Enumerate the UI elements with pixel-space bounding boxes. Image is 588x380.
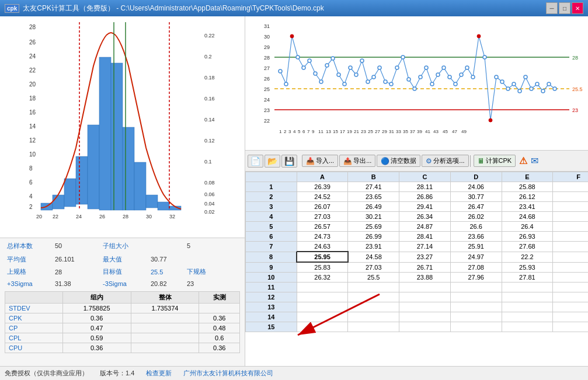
maximize-button[interactable]: □ — [559, 2, 570, 14]
table-cell[interactable]: 26.86 — [399, 192, 451, 202]
data-grid-area[interactable]: A B C D E F 126.3927.4128.1124.0625.8822… — [245, 172, 588, 366]
company-link[interactable]: 广州市太友计算机科技有限公司 — [183, 369, 273, 378]
table-cell[interactable] — [297, 312, 348, 322]
calc-cpk-button[interactable]: 🖩 计算CPK — [474, 155, 516, 167]
table-cell[interactable] — [450, 292, 502, 302]
table-cell[interactable]: 23.66 — [450, 232, 502, 242]
table-cell[interactable] — [399, 292, 451, 302]
table-cell[interactable]: 23.91 — [348, 242, 399, 252]
table-cell[interactable]: 27.81 — [502, 273, 553, 283]
table-cell[interactable]: 23.65 — [348, 192, 399, 202]
table-cell[interactable]: 25.93 — [502, 262, 553, 273]
import-button[interactable]: 📥 导入... — [302, 155, 338, 167]
open-button[interactable]: 📂 — [265, 155, 280, 168]
table-cell[interactable] — [399, 302, 451, 312]
table-cell[interactable]: 23.27 — [399, 252, 451, 262]
table-cell[interactable] — [553, 222, 588, 232]
table-cell[interactable] — [553, 302, 588, 312]
table-cell[interactable] — [399, 322, 451, 332]
table-cell[interactable] — [553, 212, 588, 222]
table-cell[interactable] — [399, 312, 451, 322]
table-cell[interactable]: 23.41 — [502, 202, 553, 212]
table-cell[interactable]: 26.39 — [297, 182, 348, 192]
save-button[interactable]: 💾 — [281, 155, 297, 168]
table-cell[interactable] — [348, 302, 399, 312]
table-cell[interactable] — [502, 302, 553, 312]
table-cell[interactable]: 26.12 — [502, 192, 553, 202]
table-cell[interactable] — [553, 292, 588, 302]
table-cell[interactable]: 25.95 — [297, 252, 348, 262]
table-cell[interactable]: 26.4 — [502, 222, 553, 232]
table-cell[interactable]: 30.21 — [348, 212, 399, 222]
table-cell[interactable] — [553, 252, 588, 262]
table-cell[interactable] — [348, 292, 399, 302]
table-cell[interactable]: 27.41 — [348, 182, 399, 192]
table-cell[interactable]: 27.14 — [399, 242, 451, 252]
table-cell[interactable] — [348, 283, 399, 292]
table-cell[interactable] — [297, 292, 348, 302]
table-cell[interactable] — [502, 292, 553, 302]
table-cell[interactable]: 26.71 — [399, 262, 451, 273]
table-cell[interactable]: 24.52 — [297, 192, 348, 202]
table-cell[interactable]: 28.11 — [399, 182, 451, 192]
table-cell[interactable] — [297, 283, 348, 292]
table-cell[interactable]: 27.68 — [502, 242, 553, 252]
update-link[interactable]: 检查更新 — [146, 369, 172, 378]
table-cell[interactable]: 24.06 — [450, 182, 502, 192]
table-cell[interactable]: 30.77 — [450, 192, 502, 202]
table-cell[interactable] — [553, 232, 588, 242]
table-cell[interactable] — [553, 312, 588, 322]
table-cell[interactable]: 27.03 — [348, 262, 399, 273]
table-cell[interactable]: 25.91 — [450, 242, 502, 252]
table-cell[interactable] — [553, 182, 588, 192]
table-cell[interactable] — [348, 322, 399, 332]
table-cell[interactable]: 23.88 — [399, 273, 451, 283]
table-cell[interactable]: 24.68 — [502, 212, 553, 222]
options-button[interactable]: ⚙ 分析选项... — [422, 155, 468, 167]
table-cell[interactable]: 27.03 — [297, 212, 348, 222]
table-cell[interactable]: 28.41 — [399, 232, 451, 242]
table-cell[interactable]: 24.63 — [297, 242, 348, 252]
table-cell[interactable]: 26.49 — [348, 202, 399, 212]
table-cell[interactable]: 22.2 — [502, 252, 553, 262]
table-cell[interactable]: 24.87 — [399, 222, 451, 232]
table-cell[interactable] — [502, 322, 553, 332]
close-button[interactable]: ✕ — [572, 2, 583, 14]
mail-icon[interactable]: ✉ — [531, 155, 538, 166]
minimize-button[interactable]: ─ — [546, 2, 558, 14]
export-button[interactable]: 📤 导出... — [339, 155, 375, 167]
table-cell[interactable] — [553, 202, 588, 212]
table-cell[interactable]: 25.5 — [348, 273, 399, 283]
table-cell[interactable]: 26.99 — [348, 232, 399, 242]
table-cell[interactable] — [553, 322, 588, 332]
table-cell[interactable]: 25.88 — [502, 182, 553, 192]
table-cell[interactable]: 25.83 — [297, 262, 348, 273]
table-cell[interactable] — [348, 312, 399, 322]
table-cell[interactable] — [297, 322, 348, 332]
table-cell[interactable]: 26.07 — [297, 202, 348, 212]
table-cell[interactable]: 27.08 — [450, 262, 502, 273]
table-cell[interactable]: 26.02 — [450, 212, 502, 222]
new-button[interactable]: 📄 — [248, 155, 263, 168]
table-cell[interactable] — [450, 312, 502, 322]
table-cell[interactable] — [553, 283, 588, 292]
table-cell[interactable]: 26.93 — [502, 232, 553, 242]
table-cell[interactable]: 26.47 — [450, 202, 502, 212]
clear-button[interactable]: 🔵 清空数据 — [377, 155, 420, 167]
table-cell[interactable] — [553, 262, 588, 273]
table-cell[interactable] — [502, 283, 553, 292]
table-cell[interactable] — [553, 192, 588, 202]
table-cell[interactable] — [502, 312, 553, 322]
table-cell[interactable]: 24.58 — [348, 252, 399, 262]
table-cell[interactable]: 25.69 — [348, 222, 399, 232]
table-cell[interactable]: 24.73 — [297, 232, 348, 242]
table-cell[interactable]: 26.57 — [297, 222, 348, 232]
table-cell[interactable]: 29.41 — [399, 202, 451, 212]
table-cell[interactable]: 24.97 — [450, 252, 502, 262]
table-cell[interactable] — [553, 242, 588, 252]
table-cell[interactable] — [450, 302, 502, 312]
table-cell[interactable]: 27.96 — [450, 273, 502, 283]
table-cell[interactable]: 26.32 — [297, 273, 348, 283]
table-cell[interactable] — [553, 273, 588, 283]
table-cell[interactable]: 26.34 — [399, 212, 451, 222]
